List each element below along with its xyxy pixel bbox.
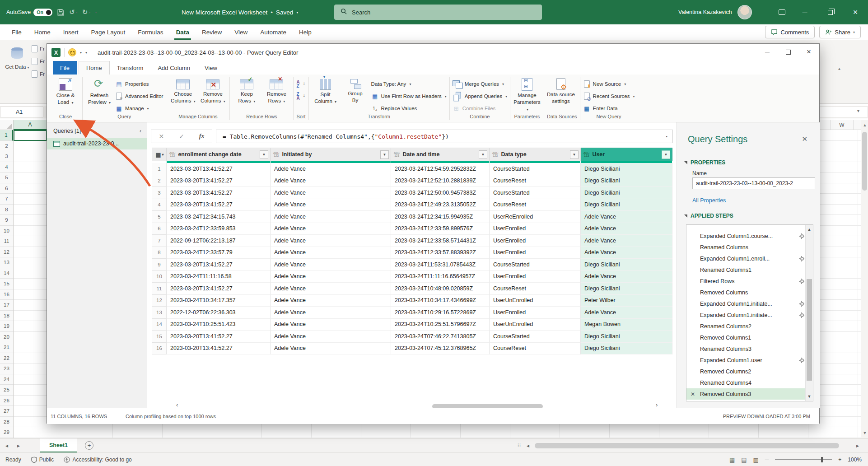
query-name-input[interactable]: audit-trail-2023-23-03--13-00-00_2023-2 [692,177,815,189]
page-layout-view-icon[interactable]: ▤ [741,457,747,463]
replace-values-button[interactable]: 1₂Replace Values [371,103,447,114]
split-column-button[interactable]: SplitColumn ▾ [312,77,340,105]
pq-tab-add-column[interactable]: Add Column [150,61,197,75]
step-settings-gear-icon[interactable] [800,280,804,283]
page-break-view-icon[interactable]: ▥ [753,457,758,463]
applied-step-expanded-column1-initiate[interactable]: Expanded Column1.initiate... [686,298,813,309]
cell[interactable]: CourseStarted [490,163,581,175]
filter-icon[interactable]: ▼ [479,150,487,159]
row-header-13[interactable]: 13 [0,257,13,268]
excel-row-headers[interactable]: 1234567891011121314151617181920212223242… [0,130,14,438]
row-number-10[interactable]: 10 [152,271,167,283]
applied-step-expanded-column1-user[interactable]: Expanded Column1.user [686,354,813,366]
pq-tab-transform[interactable]: Transform [110,61,151,75]
cell[interactable]: 2023-03-24T10:48:09.020859Z [391,283,490,295]
formula-bar-expand-icon[interactable]: ▾ [857,108,859,113]
row-number-9[interactable]: 9 [152,259,167,271]
row-number-12[interactable]: 12 [152,295,167,307]
close-button[interactable]: × [843,0,868,24]
cell[interactable]: Adele Vance [271,295,391,307]
query-item[interactable]: audit-trail-2023-23-0... [47,138,147,149]
row-number-2[interactable]: 2 [152,175,167,187]
cell[interactable]: CourseReset [490,199,581,211]
zoom-level[interactable]: 100% [848,457,862,463]
refresh-preview-button[interactable]: RefreshPreview ▾ [85,77,113,106]
cell[interactable]: Diego Siciliani [581,163,672,175]
cell[interactable]: 2023-03-20T13:41:52.27 [167,175,271,187]
row-header-1[interactable]: 1 [0,130,13,141]
cell[interactable]: 2022-12-02T06:22:36.303 [167,307,271,319]
ribbon-display-options-icon[interactable] [771,0,792,24]
row-number-1[interactable]: 1 [152,163,167,175]
save-icon[interactable] [57,9,65,16]
sensitivity-button[interactable]: Public [31,457,54,463]
combine-files-button[interactable]: ⊞Combine Files [453,103,507,114]
splitter-dots[interactable]: ⁞⁞ [518,442,521,447]
cell[interactable]: Adele Vance [271,187,391,199]
column-header-w[interactable]: W [830,120,854,130]
row-header-10[interactable]: 10 [0,226,13,237]
advanced-editor-button[interactable]: ≡Advanced Editor [115,91,163,102]
add-sheet-button[interactable]: + [85,441,93,450]
cell[interactable]: Adele Vance [581,271,672,283]
column-header-user[interactable]: ABC123User▼ [581,148,672,161]
column-header-initiated-by[interactable]: ABC123Initiated by▼ [271,148,391,161]
data-source-settings-button[interactable]: ⚙Data sourcesettings [547,77,575,105]
row-header-29[interactable]: 29 [0,427,13,438]
scroll-up-icon[interactable]: ▲ [861,123,868,127]
cell[interactable]: CourseReset [490,343,581,355]
cell[interactable]: Adele Vance [581,307,672,319]
cell[interactable]: 2023-03-24T11:53:31.0785443Z [391,259,490,271]
cell[interactable]: 2023-03-24T12:33:57.79 [167,247,271,259]
cell[interactable]: CourseStarted [490,187,581,199]
remove-rows-button[interactable]: ✕RemoveRows ▾ [262,77,290,104]
excel-tab-home[interactable]: Home [28,24,57,40]
cell[interactable]: 2023-03-20T13:41:52.27 [167,283,271,295]
queries-pane-collapse-icon[interactable]: ‹ [140,128,141,134]
row-header-21[interactable]: 21 [0,342,13,353]
cell[interactable]: CourseStarted [490,331,581,343]
row-header-2[interactable]: 2 [0,141,13,152]
cell[interactable]: Diego Siciliani [581,331,672,343]
row-header-15[interactable]: 15 [0,279,13,289]
pq-tab-view[interactable]: View [197,61,224,75]
filter-icon[interactable]: ▼ [662,150,670,159]
applied-step-renamed-columns1[interactable]: Renamed Columns1 [686,264,813,275]
row-number-4[interactable]: 4 [152,199,167,211]
cell[interactable]: 2023-03-24T12:33:59.899576Z [391,223,490,235]
cell[interactable]: 2023-03-20T13:41:52.27 [167,187,271,199]
row-header-14[interactable]: 14 [0,268,13,279]
row-header-11[interactable]: 11 [0,236,13,247]
row-number-16[interactable]: 16 [152,343,167,355]
applied-step-renamed-columns4[interactable]: Renamed Columns4 [686,377,813,388]
zoom-handle[interactable] [821,457,823,462]
row-header-26[interactable]: 26 [0,396,13,406]
applied-step-clipped[interactable] [686,225,813,230]
hscroll-thumb[interactable] [535,443,839,448]
steps-scroll-thumb[interactable] [807,279,812,381]
pq-tab-home[interactable]: Home [79,61,110,75]
cell[interactable]: CourseStarted [490,259,581,271]
cell[interactable]: 2023-03-20T13:41:52.27 [167,343,271,355]
cell[interactable]: 2023-03-24T12:34:15.743 [167,211,271,223]
pq-tab-file[interactable]: File [53,61,77,75]
zoom-out-icon[interactable]: ─ [765,457,769,463]
cell[interactable]: Diego Siciliani [581,283,672,295]
formula-expand-icon[interactable]: ▾ [666,134,668,139]
hscroll-left-icon[interactable]: ◂ [527,443,529,449]
row-header-25[interactable]: 25 [0,385,13,396]
row-header-27[interactable]: 27 [0,406,13,417]
workbook-title[interactable]: New Microsoft Excel Worksheet • Saved ▾ [182,0,298,24]
cell[interactable]: Adele Vance [271,319,391,331]
formula-accept-icon[interactable]: ✓ [179,133,184,140]
row-header-23[interactable]: 23 [0,363,13,374]
remove-columns-button[interactable]: ✕RemoveColumns ▾ [199,77,227,104]
cell[interactable]: Adele Vance [581,211,672,223]
keep-rows-button[interactable]: ✓KeepRows ▾ [233,77,261,104]
cell[interactable]: Adele Vance [271,211,391,223]
row-number-15[interactable]: 15 [152,331,167,343]
cell[interactable]: 2023-03-20T13:41:52.27 [167,331,271,343]
cell[interactable]: 2023-03-24T10:34:17.4346699Z [391,295,490,307]
row-header-3[interactable]: 3 [0,151,13,162]
choose-columns-button[interactable]: ChooseColumns ▾ [169,77,197,104]
